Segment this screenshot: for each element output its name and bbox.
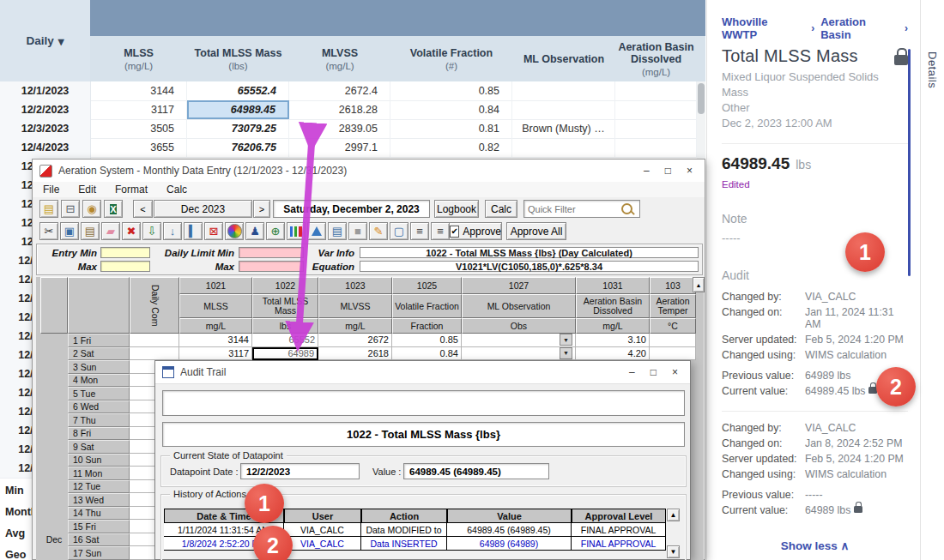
add-doc-icon[interactable]: ⊕ [266,222,285,240]
dialog-titlebar[interactable]: Audit Trail – □ × [155,361,690,384]
quick-filter-field[interactable] [524,204,621,214]
history-cell[interactable]: VIA_CALC [284,523,361,537]
history-cell[interactable]: 64989.45 (64989.45) [447,523,572,537]
menu-edit[interactable]: Edit [78,184,96,196]
stop-icon[interactable]: ■ [348,222,367,240]
history-cell[interactable]: VIA_CALC [284,537,361,551]
table-cell[interactable]: 0.81 [390,119,512,138]
table-cell[interactable]: 2672.4 [289,81,390,100]
menu-calc[interactable]: Calc [166,184,187,196]
grid-comment-cell[interactable] [130,347,179,361]
daily-limit-max-input[interactable] [239,261,304,272]
date-cell[interactable]: 12/1/2023 [0,81,91,100]
grid-cell[interactable]: 2618 [318,347,392,361]
chart-icon[interactable] [287,222,306,240]
calc-button[interactable]: Calc [485,200,517,218]
grid-cell[interactable] [650,334,696,347]
grid-day-cell[interactable]: 13 Wed [68,493,130,507]
panel-scroll-indicator[interactable] [908,49,911,276]
grid-comment-cell[interactable] [130,334,179,347]
value-value[interactable]: 64989.45 (64989.45) [403,463,549,479]
datapoint-date-value[interactable]: 12/2/2023 [240,463,360,479]
prev-month-button[interactable]: < [133,200,153,218]
quick-filter-input[interactable] [523,200,640,218]
list-icon[interactable]: ▤ [328,222,347,240]
history-cell[interactable]: Data MODIFIED to [361,523,447,537]
breadcrumb-site[interactable]: Whoville WWTP [722,15,805,41]
window-titlebar[interactable]: Aeration System - Monthly Data Entry (12… [33,160,705,182]
date-cell[interactable]: 12/2/2023 [0,100,91,119]
details-tab[interactable]: Details [920,0,944,560]
menu-format[interactable]: Format [115,184,148,196]
table-cell[interactable] [512,100,615,119]
table-cell[interactable]: 0.84 [390,100,512,119]
grid-day-cell[interactable]: 1 Fri [68,334,130,347]
cut-icon[interactable]: ✂ [39,222,58,240]
paste-icon[interactable]: ▤ [81,222,100,240]
grid-day-cell[interactable]: 9 Sat [68,440,130,454]
entry-min-input[interactable] [100,247,150,258]
comment-textbox[interactable] [162,390,685,416]
grid-cell[interactable]: 3.10 [576,334,650,347]
table-cell[interactable] [615,81,697,100]
grid-day-cell[interactable]: 12 Tue [68,480,130,494]
grid-day-cell[interactable]: 7 Thu [68,413,130,427]
table-cell[interactable] [512,138,615,157]
flask-icon[interactable] [307,222,326,240]
table-cell[interactable]: 76206.75 [187,138,289,157]
logbook-button[interactable]: Logbook [434,200,479,218]
close-button[interactable]: × [672,367,678,377]
daily-limit-min-input[interactable] [239,247,304,258]
doc-icon[interactable]: ▢ [390,222,408,240]
grid-day-cell[interactable]: 6 Wed [68,400,130,414]
table-cell[interactable]: 3505 [90,119,187,138]
entry-max-input[interactable] [100,261,150,272]
table-cell[interactable]: 0.82 [390,138,512,157]
table-cell[interactable]: 64989.45 [187,100,289,119]
history-cell[interactable]: 64989 (64989) [447,537,572,551]
table-cell[interactable]: 73079.25 [187,119,289,138]
open-form-icon[interactable]: ▤ [39,200,58,218]
table-cell[interactable]: 2839.05 [289,119,390,138]
table-cell[interactable] [615,138,697,157]
table-cell[interactable]: 2618.28 [289,100,390,119]
show-less-link[interactable]: Show less ∧ [722,539,908,552]
grid-day-cell[interactable]: 17 Sun [68,546,130,560]
table-cell[interactable]: 3655 [90,138,187,157]
grid-day-cell[interactable]: 15 Fri [68,520,130,533]
grid-cell[interactable]: ▼ [462,334,576,347]
dropdown-arrow-icon[interactable]: ▼ [560,347,572,359]
date-cell[interactable]: 12/3/2023 [0,119,91,138]
dropdown-arrow-icon[interactable]: ▼ [560,334,572,346]
delete-icon[interactable]: ✖ [122,222,141,240]
grid-day-cell[interactable]: 10 Sun [68,454,130,467]
maximize-button[interactable]: □ [665,166,671,176]
grid-cell[interactable]: 2672 [318,334,392,347]
table-cell[interactable]: 65552.4 [187,81,289,100]
table-cell[interactable]: 2997.1 [289,138,390,157]
approve-button[interactable]: ✔ Approve [449,222,502,240]
grid-day-cell[interactable]: 16 Sat [68,533,130,547]
checkbox-checked-icon[interactable]: ✔ [450,226,459,238]
approve-all-button[interactable]: Approve All [506,222,566,240]
calendar-delete-icon[interactable]: ⊠ [204,222,223,240]
copy-icon[interactable]: ▣ [60,222,79,240]
table-cell[interactable] [512,81,615,100]
grid-day-cell[interactable]: 14 Thu [68,507,130,521]
grid-cell[interactable]: 0.84 [392,347,462,361]
view-selector[interactable]: Daily▾ [0,0,90,83]
print-icon[interactable]: ⊟ [61,200,80,218]
history-cell[interactable]: Data INSERTED [361,537,447,551]
maximize-button[interactable]: □ [651,367,657,377]
grid-day-cell[interactable]: 11 Mon [68,467,130,480]
table-cell[interactable] [615,100,697,119]
table-cell[interactable]: 3117 [90,100,187,119]
table-cell[interactable]: 3144 [90,81,187,100]
grid-cell[interactable]: 3117 [179,347,252,361]
history-cell[interactable]: FINAL APPROVAL [572,537,666,551]
breadcrumb-area[interactable]: Aeration Basin [820,15,899,41]
grid-day-cell[interactable]: 5 Tue [68,387,130,400]
excel-export-icon[interactable]: X [104,200,123,218]
eraser-icon[interactable]: ▰ [101,222,120,240]
print-preview-icon[interactable]: ◉ [82,200,101,218]
